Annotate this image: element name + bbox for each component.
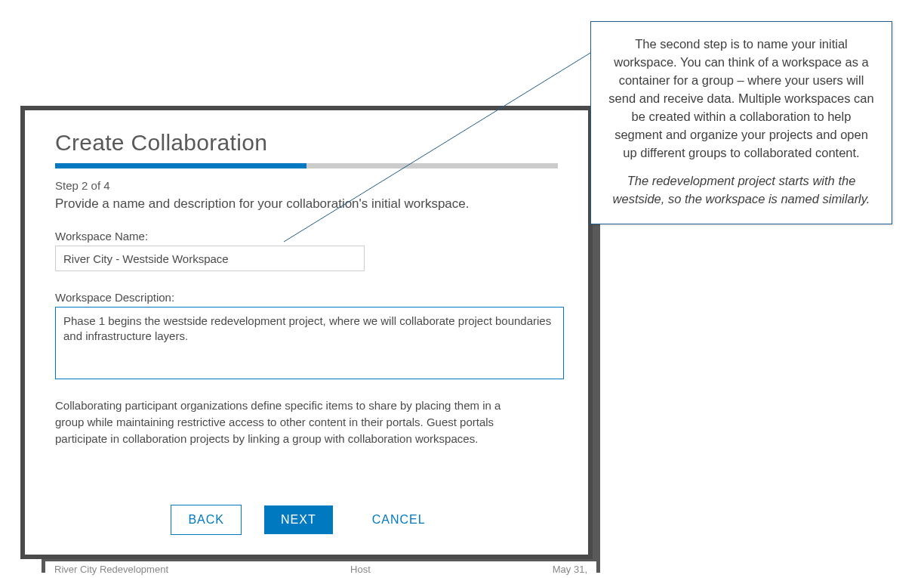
- create-collaboration-dialog: Create Collaboration Step 2 of 4 Provide…: [25, 110, 588, 555]
- back-button[interactable]: BACK: [171, 505, 242, 535]
- workspace-description-textarea[interactable]: [55, 307, 564, 379]
- dialog-title: Create Collaboration: [55, 130, 558, 156]
- workspace-name-input[interactable]: [55, 246, 365, 271]
- wizard-button-row: BACK NEXT CANCEL: [25, 505, 588, 535]
- annotation-callout: The second step is to name your initial …: [590, 21, 892, 224]
- cancel-button[interactable]: CANCEL: [356, 505, 442, 534]
- wizard-progress-bar: [55, 163, 558, 168]
- workspace-description-label: Workspace Description:: [55, 291, 558, 304]
- bg-row-name: River City Redevelopment: [54, 564, 168, 575]
- workspace-help-text: Collaborating participant organizations …: [55, 397, 508, 447]
- bg-row-role: Host: [350, 564, 371, 575]
- background-table-row: River City Redevelopment Host May 31,: [45, 561, 596, 576]
- next-button[interactable]: NEXT: [264, 505, 333, 534]
- step-instruction: Provide a name and description for your …: [55, 196, 558, 212]
- step-indicator: Step 2 of 4: [55, 179, 558, 192]
- callout-paragraph-2: The redevelopment project starts with th…: [608, 172, 875, 209]
- dialog-frame: Create Collaboration Step 2 of 4 Provide…: [20, 106, 593, 559]
- workspace-name-label: Workspace Name:: [55, 230, 558, 243]
- bg-row-date: May 31,: [553, 564, 587, 575]
- wizard-progress-fill: [55, 163, 306, 168]
- callout-paragraph-1: The second step is to name your initial …: [608, 36, 875, 162]
